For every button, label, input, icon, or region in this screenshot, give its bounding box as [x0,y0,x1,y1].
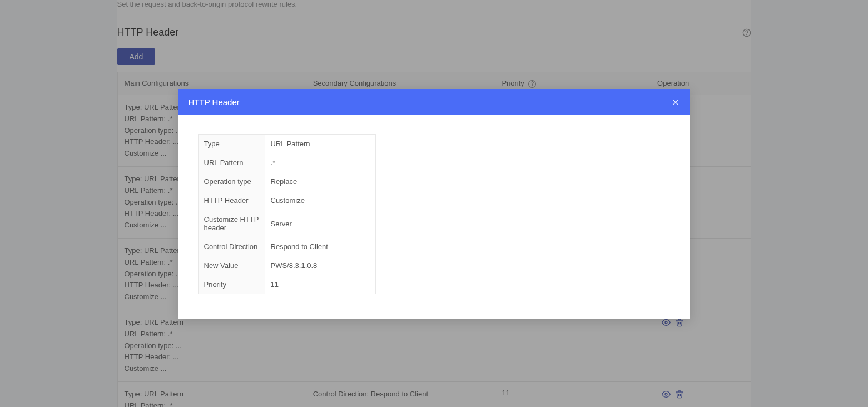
detail-row: HTTP HeaderCustomize [198,191,375,210]
detail-label: New Value [198,256,265,275]
modal-title: HTTP Header [189,97,240,107]
modal-body: TypeURL PatternURL Pattern.*Operation ty… [178,115,690,319]
detail-value: PWS/8.3.1.0.8 [265,256,375,275]
detail-row: Operation typeReplace [198,172,375,191]
detail-label: Control Direction [198,237,265,256]
modal-close-button[interactable] [671,97,680,107]
detail-label: Type [198,135,265,153]
detail-value: Customize [265,191,375,210]
detail-row: Priority11 [198,275,375,294]
detail-row: TypeURL Pattern [198,135,375,153]
detail-table: TypeURL PatternURL Pattern.*Operation ty… [198,134,376,294]
detail-label: HTTP Header [198,191,265,210]
detail-value: 11 [265,275,375,294]
detail-value: .* [265,153,375,172]
detail-row: New ValuePWS/8.3.1.0.8 [198,256,375,275]
detail-label: Operation type [198,172,265,191]
detail-row: URL Pattern.* [198,153,375,172]
detail-label: Priority [198,275,265,294]
detail-value: Server [265,210,375,237]
modal-header: HTTP Header [178,89,690,115]
detail-row: Control DirectionRespond to Client [198,237,375,256]
detail-row: Customize HTTP headerServer [198,210,375,237]
detail-label: URL Pattern [198,153,265,172]
detail-value: Replace [265,172,375,191]
detail-value: Respond to Client [265,237,375,256]
modal-overlay[interactable]: HTTP Header TypeURL PatternURL Pattern.*… [0,0,868,407]
http-header-modal: HTTP Header TypeURL PatternURL Pattern.*… [178,89,690,319]
detail-value: URL Pattern [265,135,375,153]
detail-label: Customize HTTP header [198,210,265,237]
